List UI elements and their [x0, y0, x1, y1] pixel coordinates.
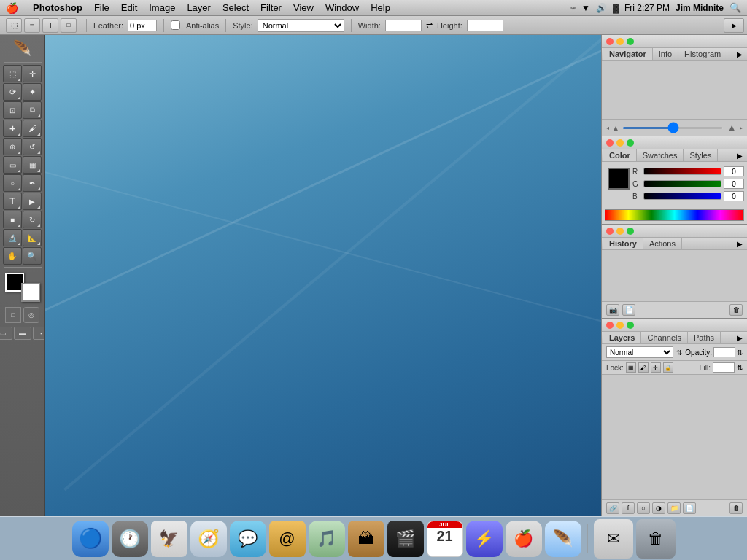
layers-minimize-btn[interactable]: [616, 322, 624, 329]
style-select[interactable]: Normal Fixed Aspect Ratio Fixed Size: [258, 19, 344, 32]
navigator-minimize-btn[interactable]: [616, 38, 624, 45]
menu-layer[interactable]: Layer: [181, 1, 217, 15]
menu-help[interactable]: Help: [365, 1, 396, 15]
nav-zoom-out-icon[interactable]: ◂: [606, 125, 609, 131]
tab-layers[interactable]: Layers: [603, 332, 641, 343]
layer-mask-btn[interactable]: ○: [637, 502, 650, 514]
lasso-tool[interactable]: ⟳: [3, 83, 22, 101]
quick-mask-mode[interactable]: ◎: [23, 307, 39, 323]
type-tool[interactable]: T: [3, 192, 22, 210]
color-maximize-btn[interactable]: [627, 139, 634, 147]
measure-tool[interactable]: 📐: [23, 229, 42, 246]
layer-adjustment-btn[interactable]: ◑: [652, 502, 665, 514]
menu-window[interactable]: Window: [320, 1, 365, 15]
navigator-panel-expand[interactable]: ▶: [734, 49, 746, 60]
fixed-size-btn[interactable]: □: [61, 18, 77, 33]
history-new-snapshot-btn[interactable]: 📷: [606, 304, 619, 316]
healing-tool[interactable]: ✚: [3, 120, 22, 137]
g-value-input[interactable]: [724, 179, 744, 189]
eyedropper-tool[interactable]: 🔬: [3, 229, 22, 246]
bluetooth-icon[interactable]: ⎃: [570, 3, 576, 13]
slice-tool[interactable]: ⧉: [23, 101, 42, 119]
wifi-icon[interactable]: ▼: [581, 3, 590, 13]
history-panel-expand[interactable]: ▶: [734, 238, 746, 249]
tab-color[interactable]: Color: [603, 149, 637, 161]
layers-opacity-arrows[interactable]: ⇅: [737, 349, 743, 357]
dock-ical[interactable]: JUL 21: [427, 521, 463, 557]
dock-quicktime[interactable]: ⚡: [466, 521, 503, 557]
dock-rosetta[interactable]: 🍎: [506, 521, 542, 557]
color-minimize-btn[interactable]: [616, 139, 624, 147]
hand-tool[interactable]: ✋: [3, 247, 22, 265]
layers-close-btn[interactable]: [606, 322, 614, 329]
swap-icon[interactable]: ⇌: [426, 20, 433, 30]
nav-zoom-in-icon[interactable]: ▸: [740, 125, 743, 131]
tab-histogram[interactable]: Histogram: [678, 48, 727, 60]
history-brush-tool[interactable]: ↺: [23, 138, 42, 155]
navigator-maximize-btn[interactable]: [627, 38, 634, 45]
history-create-new-doc-btn[interactable]: 📄: [622, 304, 635, 316]
tab-swatches[interactable]: Swatches: [637, 149, 684, 161]
dodge-tool[interactable]: ○: [3, 174, 22, 192]
tab-navigator[interactable]: Navigator: [603, 48, 653, 60]
move-tool[interactable]: ✛: [23, 65, 42, 82]
zoom-tool[interactable]: 🔍: [23, 247, 42, 265]
layers-fill-arrows[interactable]: ⇅: [737, 364, 743, 372]
3d-rotate-tool[interactable]: ↻: [23, 211, 42, 228]
spotlight-icon[interactable]: 🔍: [729, 2, 741, 13]
dock-itunes[interactable]: 🎵: [309, 521, 345, 557]
magic-wand-tool[interactable]: ✦: [23, 83, 42, 101]
tab-info[interactable]: Info: [653, 48, 678, 60]
dock-finalcut[interactable]: 🎬: [387, 521, 424, 557]
shape-tool[interactable]: ■: [3, 211, 22, 228]
nav-zoom-slider[interactable]: [622, 127, 724, 129]
battery-icon[interactable]: ▓: [613, 4, 619, 12]
apple-menu[interactable]: 🍎: [6, 2, 18, 14]
layer-style-btn[interactable]: f: [622, 502, 635, 514]
dock-photoshop[interactable]: 🪶: [545, 521, 581, 557]
b-value-input[interactable]: [724, 191, 744, 201]
tab-actions[interactable]: Actions: [643, 238, 682, 249]
tab-history[interactable]: History: [603, 238, 643, 249]
menu-photoshop[interactable]: Photoshop: [27, 1, 88, 15]
dock-mail2[interactable]: ✉: [594, 519, 633, 559]
full-screen-menu-mode[interactable]: ▬: [14, 327, 31, 340]
menu-file[interactable]: File: [88, 1, 115, 15]
tab-paths[interactable]: Paths: [688, 332, 721, 343]
tab-channels[interactable]: Channels: [641, 332, 687, 343]
history-close-btn[interactable]: [606, 228, 614, 235]
dock-finder[interactable]: 🔵: [72, 521, 109, 557]
feather-input[interactable]: [128, 20, 157, 31]
layer-link-btn[interactable]: 🔗: [606, 502, 619, 514]
layer-delete-btn[interactable]: 🗑: [729, 502, 743, 514]
color-spectrum-bar[interactable]: [605, 209, 744, 221]
volume-icon[interactable]: 🔊: [596, 3, 607, 13]
anti-alias-checkbox[interactable]: [171, 20, 180, 30]
dock-ichat[interactable]: 💬: [230, 521, 266, 557]
dock-iphoto[interactable]: 🏔: [348, 521, 384, 557]
layers-maximize-btn[interactable]: [627, 322, 634, 329]
crop-tool[interactable]: ⊡: [3, 101, 22, 119]
tool-presets-btn[interactable]: ▶: [724, 18, 744, 33]
history-minimize-btn[interactable]: [616, 228, 624, 235]
layers-opacity-input[interactable]: [713, 347, 735, 357]
color-swatch-preview[interactable]: [608, 168, 630, 190]
dock-mail[interactable]: 🦅: [151, 521, 187, 557]
menu-filter[interactable]: Filter: [255, 1, 287, 15]
dock-addressbook[interactable]: @: [269, 521, 306, 557]
layers-panel-expand[interactable]: ▶: [734, 332, 746, 343]
menu-edit[interactable]: Edit: [115, 1, 143, 15]
lock-transparent-btn[interactable]: ▦: [626, 362, 636, 373]
single-row-btn[interactable]: ═: [24, 18, 40, 33]
username[interactable]: Jim Midnite: [676, 3, 724, 13]
standard-mode[interactable]: □: [5, 307, 21, 323]
navigator-close-btn[interactable]: [606, 38, 614, 45]
lock-all-btn[interactable]: 🔒: [663, 362, 673, 373]
lock-position-btn[interactable]: ✛: [651, 362, 661, 373]
gradient-tool[interactable]: ▦: [23, 156, 42, 174]
brush-tool[interactable]: 🖌: [23, 120, 42, 137]
eraser-tool[interactable]: ▭: [3, 156, 22, 174]
background-color[interactable]: [21, 283, 40, 302]
rectangular-marquee-btn[interactable]: ⬚: [6, 18, 22, 33]
color-panel-expand[interactable]: ▶: [734, 150, 746, 161]
